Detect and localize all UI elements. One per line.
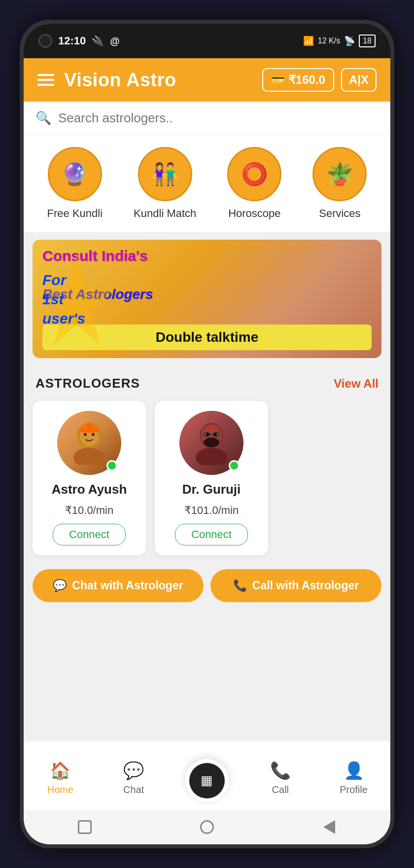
- search-container: 🔍: [24, 102, 390, 135]
- android-recent-button[interactable]: [72, 815, 97, 839]
- connect-button-1[interactable]: Connect: [53, 524, 126, 545]
- status-right: 📶 12 K/s 📡 18: [303, 35, 376, 47]
- status-time: 12:10: [58, 35, 86, 47]
- status-left: 12:10 🔌 @: [38, 34, 120, 48]
- call-nav-label: Call: [272, 784, 289, 796]
- status-bar: 12:10 🔌 @ 📶 12 K/s 📡 18: [24, 24, 390, 58]
- app-header: Vision Astro 💳 ₹160.0 A|X: [24, 58, 390, 102]
- free-kundli-icon: 🔮: [48, 147, 102, 201]
- category-horoscope[interactable]: ⭕ Horoscope: [227, 147, 281, 220]
- wifi-icon: 📶: [303, 36, 314, 46]
- astro-rate-1: ₹10.0/min: [65, 504, 113, 517]
- nav-chat[interactable]: 💬 Chat: [97, 756, 171, 796]
- connect-button-2[interactable]: Connect: [175, 524, 248, 545]
- online-indicator-1: [106, 460, 117, 471]
- wallet-amount: ₹160.0: [288, 73, 325, 87]
- promo-banner: For1stuser's Consult India's Best Astrol…: [33, 240, 381, 358]
- translate-icon: A|X: [349, 73, 369, 86]
- chat-icon: 💬: [123, 760, 144, 780]
- svg-point-16: [210, 428, 213, 431]
- call-btn-icon: 📞: [233, 579, 247, 592]
- phone-frame: 12:10 🔌 @ 📶 12 K/s 📡 18 Vision Astro: [20, 20, 394, 848]
- svg-point-2: [73, 448, 105, 465]
- astrologer-card-1: Astro Ayush ₹10.0/min Connect: [33, 401, 146, 555]
- fab-button[interactable]: ▦: [185, 759, 229, 803]
- menu-button[interactable]: [37, 74, 54, 86]
- astrologers-section-header: ASTROLOGERS View All: [24, 366, 390, 397]
- header-left: Vision Astro: [37, 70, 176, 91]
- banner-left: For1stuser's: [42, 250, 131, 348]
- chat-astrologer-button[interactable]: 💬 Chat with Astrologer: [33, 569, 204, 602]
- kundli-match-label: Kundli Match: [134, 207, 196, 220]
- astro-name-1: Astro Ayush: [52, 482, 127, 497]
- categories-row: 🔮 Free Kundli 👫 Kundli Match ⭕ Horoscope…: [24, 135, 390, 232]
- kundli-match-icon: 👫: [138, 147, 192, 201]
- online-indicator-2: [229, 460, 240, 471]
- services-label: Services: [319, 207, 360, 220]
- astrologers-title: ASTROLOGERS: [35, 376, 140, 391]
- chat-btn-label: Chat with Astrologer: [72, 579, 183, 592]
- app-title: Vision Astro: [64, 70, 176, 91]
- horoscope-icon: ⭕: [227, 147, 281, 201]
- notification-icon: @: [110, 36, 120, 47]
- android-home-button[interactable]: [195, 815, 219, 839]
- app-content: Vision Astro 💳 ₹160.0 A|X 🔍: [24, 58, 390, 844]
- svg-point-10: [206, 433, 209, 436]
- chat-btn-icon: 💬: [53, 579, 67, 592]
- svg-point-9: [196, 448, 227, 465]
- main-scroll: 🔍 🔮 Free Kundli 👫 Kundli Match ⭕: [24, 102, 390, 741]
- camera-icon: [38, 34, 52, 48]
- nav-call[interactable]: 📞 Call: [243, 756, 317, 796]
- profile-icon: 👤: [344, 760, 364, 780]
- astrologer-card-2: Dr. Guruji ₹101.0/min Connect: [155, 401, 268, 555]
- wallet-icon: 💳: [271, 73, 284, 86]
- services-icon: 🪴: [312, 147, 367, 201]
- astro-name-2: Dr. Guruji: [182, 482, 241, 497]
- svg-point-11: [214, 433, 217, 436]
- battery-icon: 18: [359, 35, 376, 47]
- wallet-badge[interactable]: 💳 ₹160.0: [262, 68, 334, 92]
- astro-avatar-wrap-1: [57, 411, 121, 475]
- svg-point-3: [84, 433, 87, 436]
- profile-nav-label: Profile: [340, 784, 368, 796]
- call-astrologer-button[interactable]: 📞 Call with Astrologer: [210, 569, 381, 602]
- android-nav: [24, 810, 390, 844]
- svg-point-12: [204, 437, 219, 447]
- fab-icon: ▦: [189, 763, 225, 798]
- view-all-button[interactable]: View All: [334, 377, 379, 391]
- bottom-nav: 🏠 Home 💬 Chat ▦ 📞 Call: [24, 741, 390, 810]
- back-icon: [323, 820, 335, 834]
- banner-for-text: For1stuser's: [42, 270, 131, 328]
- svg-point-6: [85, 423, 93, 431]
- home-nav-label: Home: [47, 784, 73, 796]
- call-icon: 📞: [270, 760, 291, 780]
- recent-apps-icon: [78, 820, 92, 834]
- nav-profile[interactable]: 👤 Profile: [317, 756, 390, 796]
- category-kundli-match[interactable]: 👫 Kundli Match: [134, 147, 196, 220]
- astro-avatar-wrap-2: [179, 411, 243, 475]
- search-input[interactable]: [58, 110, 379, 126]
- action-buttons: 💬 Chat with Astrologer 📞 Call with Astro…: [24, 564, 390, 610]
- signal-icon: 📡: [344, 36, 355, 46]
- translate-button[interactable]: A|X: [341, 68, 377, 92]
- search-icon: 🔍: [35, 110, 51, 126]
- nav-home[interactable]: 🏠 Home: [24, 756, 97, 796]
- home-icon: 🏠: [50, 760, 70, 780]
- nav-fab-container: ▦: [171, 773, 244, 778]
- phone-inner: 12:10 🔌 @ 📶 12 K/s 📡 18 Vision Astro: [24, 24, 390, 844]
- astrologers-list: Astro Ayush ₹10.0/min Connect: [24, 397, 390, 564]
- chat-nav-label: Chat: [123, 784, 144, 796]
- home-hardware-icon: [200, 820, 214, 834]
- network-speed: 12 K/s: [318, 36, 340, 45]
- android-back-button[interactable]: [317, 815, 342, 839]
- call-btn-label: Call with Astrologer: [252, 579, 359, 592]
- svg-point-4: [92, 433, 95, 436]
- category-services[interactable]: 🪴 Services: [312, 147, 367, 220]
- horoscope-label: Horoscope: [228, 207, 280, 220]
- astro-rate-2: ₹101.0/min: [184, 504, 239, 517]
- category-free-kundli[interactable]: 🔮 Free Kundli: [47, 147, 103, 220]
- header-right: 💳 ₹160.0 A|X: [262, 68, 377, 92]
- usb-icon: 🔌: [92, 35, 104, 47]
- free-kundli-label: Free Kundli: [47, 207, 103, 220]
